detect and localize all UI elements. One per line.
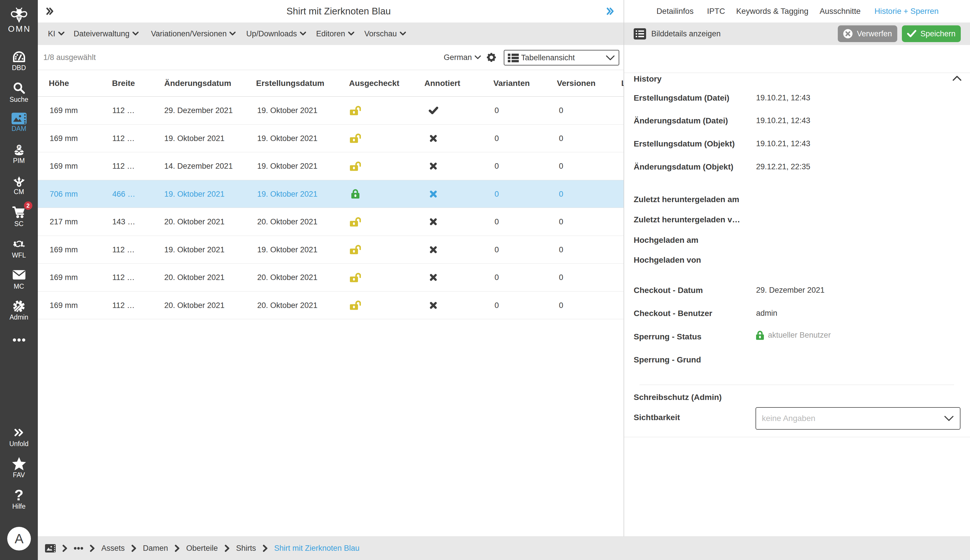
- svg-text:P: P: [18, 145, 20, 149]
